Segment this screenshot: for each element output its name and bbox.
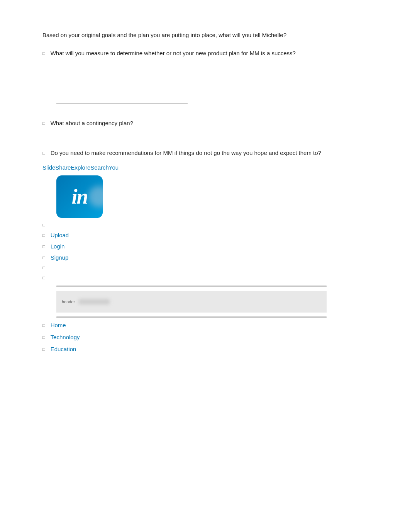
nav-search[interactable]: Search [90,164,109,171]
bullet-icon-2: □ [42,120,45,127]
bottom-icon-education: □ [42,347,45,352]
signup-link[interactable]: Signup [51,254,69,261]
empty-bullet-1: □ [42,265,368,270]
home-link[interactable]: Home [51,322,66,328]
bullet-text-2: What about a contingency plan? [51,119,133,128]
empty-icon-1: □ [42,265,45,270]
bottom-nav-home[interactable]: □ Home [42,322,368,328]
login-link[interactable]: Login [51,243,65,250]
bottom-nav-list: □ Home □ Technology □ Education [42,322,368,352]
education-link[interactable]: Education [51,346,76,352]
linkedin-logo [56,175,103,218]
bullet-list-2: □ What about a contingency plan? [42,119,368,128]
bullet-text-1: What will you measure to determine wheth… [51,49,296,58]
nav-explore[interactable]: Explore [71,164,90,171]
divider-line [56,103,188,104]
nav-slideshare[interactable]: SlideShare [42,164,71,171]
bullet-icon-3: □ [42,150,45,156]
gray-bar-top [56,286,327,287]
bottom-nav-technology[interactable]: □ Technology [42,334,368,340]
gray-bar-bottom [56,316,327,318]
bullet-item-3: □ Do you need to make recommendations fo… [42,149,368,158]
spacer-1 [42,65,368,88]
bottom-icon-technology: □ [42,335,45,340]
menu-item-signup[interactable]: □ Signup [42,254,368,261]
linkedin-logo-blur [88,186,103,207]
menu-item-logo-bullet: □ [42,223,368,227]
menu-icon-signup: □ [42,255,45,260]
menu-item-login[interactable]: □ Login [42,243,368,250]
menu-list: □ □ Upload □ Login □ Signup □ □ [42,223,368,280]
slideshare-nav: SlideShareExploreSearchYou [42,164,368,171]
empty-icon-2: □ [42,275,45,280]
menu-item-upload[interactable]: □ Upload [42,232,368,238]
menu-icon-logo: □ [42,223,45,227]
upload-link[interactable]: Upload [51,232,69,238]
technology-link[interactable]: Technology [51,334,80,340]
bullet-item-1: □ What will you measure to determine whe… [42,49,368,58]
spacer-2 [42,135,368,149]
bullet-item-2: □ What about a contingency plan? [42,119,368,128]
bullet-list: □ What will you measure to determine whe… [42,49,368,58]
bullet-icon-1: □ [42,50,45,57]
menu-icon-upload: □ [42,233,45,238]
bullet-text-3: Do you need to make recommendations for … [51,149,321,158]
header-area: header [56,291,327,313]
bottom-icon-home: □ [42,323,45,328]
linkedin-logo-container [56,175,368,218]
empty-bullet-2: □ [42,275,368,280]
bullet-list-3: □ Do you need to make recommendations fo… [42,149,368,158]
nav-you[interactable]: You [109,164,119,171]
menu-icon-login: □ [42,244,45,249]
bottom-nav-education[interactable]: □ Education [42,346,368,352]
header-blurred-text [79,299,110,304]
main-question: Based on your original goals and the pla… [42,31,368,40]
header-label: header [62,299,75,304]
